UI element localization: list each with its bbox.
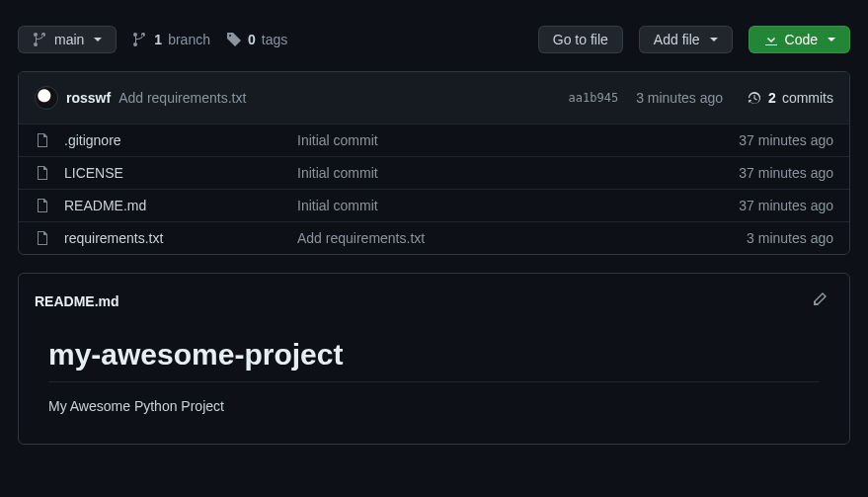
repo-toolbar: main 1 branch 0 tags Go to file Add file… xyxy=(18,26,850,53)
file-commit-message[interactable]: Initial commit xyxy=(297,198,723,213)
file-time: 37 minutes ago xyxy=(739,165,833,181)
commit-time: 3 minutes ago xyxy=(636,90,723,106)
git-branch-icon xyxy=(33,32,48,47)
readme-box: README.md my-awesome-project My Awesome … xyxy=(18,273,850,445)
file-icon xyxy=(35,165,50,181)
table-row: README.mdInitial commit37 minutes ago xyxy=(19,189,849,221)
table-row: .gitignoreInitial commit37 minutes ago xyxy=(19,124,849,156)
file-time: 3 minutes ago xyxy=(747,230,833,246)
branches-link[interactable]: 1 branch xyxy=(132,32,210,47)
tags-link[interactable]: 0 tags xyxy=(226,32,287,47)
table-row: LICENSEInitial commit37 minutes ago xyxy=(19,156,849,189)
file-commit-message[interactable]: Initial commit xyxy=(297,132,723,148)
commit-sha[interactable]: aa1b945 xyxy=(569,91,619,105)
file-name-link[interactable]: requirements.txt xyxy=(64,230,163,246)
file-name-link[interactable]: .gitignore xyxy=(64,132,121,148)
download-icon xyxy=(763,32,779,47)
table-row: requirements.txtAdd requirements.txt3 mi… xyxy=(19,221,849,254)
file-icon xyxy=(35,198,50,213)
readme-header: README.md xyxy=(19,274,849,328)
branch-name: main xyxy=(54,32,84,47)
file-name-link[interactable]: LICENSE xyxy=(64,165,123,181)
tag-icon xyxy=(226,32,242,47)
file-commit-message[interactable]: Initial commit xyxy=(297,165,723,181)
branch-count: 1 xyxy=(154,32,162,47)
commits-history-link[interactable]: 2 commits xyxy=(747,90,833,106)
history-icon xyxy=(747,90,762,106)
commit-message[interactable]: Add requirements.txt xyxy=(118,90,246,106)
branch-select-button[interactable]: main xyxy=(18,26,117,53)
edit-readme-button[interactable] xyxy=(806,286,833,316)
readme-filename[interactable]: README.md xyxy=(35,293,119,309)
readme-body: my-awesome-project My Awesome Python Pro… xyxy=(19,328,849,444)
code-button[interactable]: Code xyxy=(749,26,850,53)
goto-file-button[interactable]: Go to file xyxy=(538,26,623,53)
tag-suffix: tags xyxy=(262,32,287,47)
file-listing-box: rosswf Add requirements.txt aa1b945 3 mi… xyxy=(18,71,850,255)
file-commit-message[interactable]: Add requirements.txt xyxy=(297,230,731,246)
file-time: 37 minutes ago xyxy=(739,132,833,148)
add-file-label: Add file xyxy=(654,32,700,47)
pencil-icon xyxy=(812,291,828,307)
commit-author[interactable]: rosswf xyxy=(66,90,111,106)
caret-down-icon xyxy=(828,38,835,41)
code-label: Code xyxy=(785,32,818,47)
file-rows-container: .gitignoreInitial commit37 minutes agoLI… xyxy=(19,124,849,254)
readme-description: My Awesome Python Project xyxy=(48,398,820,414)
file-time: 37 minutes ago xyxy=(739,198,833,213)
file-icon xyxy=(35,230,50,246)
file-icon xyxy=(35,132,50,148)
git-branch-icon xyxy=(132,32,148,47)
add-file-button[interactable]: Add file xyxy=(639,26,733,53)
latest-commit-header: rosswf Add requirements.txt aa1b945 3 mi… xyxy=(19,72,849,124)
commits-suffix: commits xyxy=(782,90,833,106)
readme-heading: my-awesome-project xyxy=(48,338,820,382)
file-name-link[interactable]: README.md xyxy=(64,198,146,213)
branch-suffix: branch xyxy=(168,32,210,47)
caret-down-icon xyxy=(710,38,718,41)
avatar[interactable] xyxy=(35,86,58,110)
commits-count: 2 xyxy=(768,90,776,106)
caret-down-icon xyxy=(94,38,102,41)
tag-count: 0 xyxy=(248,32,256,47)
